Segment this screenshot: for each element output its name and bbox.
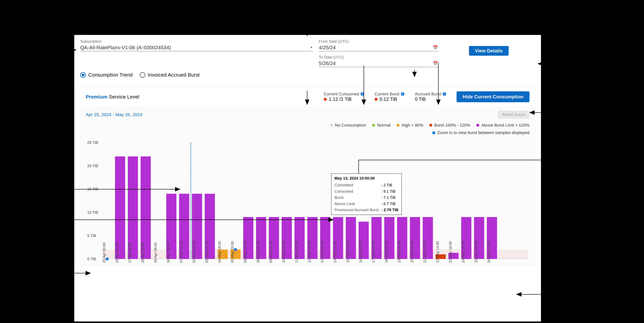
x-axis-tick: 12 May 08:00 [307, 260, 312, 271]
zoom-marker [234, 248, 237, 251]
y-axis-tick: 20 TiB [87, 163, 98, 168]
x-axis-tick: 08 May 00:00 [256, 260, 260, 271]
x-axis-tick: 22 May 14:00 [436, 260, 440, 271]
x-axis-tick: 25 May 20:00 [474, 260, 478, 271]
view-details-button[interactable]: View Details [469, 46, 508, 56]
x-axis-tick: 23 May 16:00 [448, 260, 452, 271]
x-axis-tick: 10 May 04:00 [282, 260, 286, 271]
x-axis-tick: 15 May 14:00 [346, 260, 350, 271]
hide-current-consumption-button[interactable]: Hide Current Consumption [456, 91, 530, 102]
x-axis-tick: 14 May 12:00 [333, 260, 337, 271]
radio-invoiced-accrued[interactable]: Invoiced Accrued Burst [140, 72, 200, 78]
x-axis-tick: 27 Apr 04:00 [128, 260, 132, 271]
chart-tooltip: May 13, 2024 10:00:00Committed2 TiBConsu… [331, 173, 402, 215]
x-axis-tick: 20 May 10:00 [410, 260, 414, 271]
app-frame: Subscription QA-All-RatePlans-V1-06 (A-S… [74, 35, 541, 321]
x-axis-tick: 18 May 06:00 [384, 260, 388, 271]
x-axis-tick: 11 May 06:00 [294, 260, 299, 271]
stat-current-consumed: Current Consumedi 1.12 /1 TiB [324, 92, 364, 102]
service-level-title: Premium Service Level [86, 94, 139, 100]
x-axis-tick: 06 May 22:00 [243, 260, 247, 271]
from-date-input[interactable]: 4/25/24 📅 [319, 44, 438, 51]
x-axis-tick: 01 May 12:00 [179, 260, 183, 271]
reset-zoom-button[interactable]: Reset Zoom [498, 110, 530, 119]
x-axis-tick: 21 May 12:00 [423, 260, 427, 271]
x-axis-tick: 29 Apr 08:00 [154, 260, 158, 271]
consumption-chart[interactable]: 0 TiB5 TiB10 TiB15 TiB20 TiB25 TiB25 Apr… [102, 143, 528, 259]
x-axis-tick: 19 May 08:00 [397, 260, 401, 271]
x-axis-tick: 24 May 18:00 [461, 260, 465, 271]
x-axis-tick: 26 May 22:00 [487, 260, 491, 271]
to-date-label: To Date (UTC) [319, 55, 438, 60]
y-axis-tick: 10 TiB [87, 210, 98, 215]
chevron-down-icon: ▼ [310, 46, 313, 49]
info-icon[interactable]: i [360, 92, 364, 96]
x-axis-tick: 02 May 14:00 [192, 260, 196, 271]
subscription-label: Subscription [80, 39, 313, 44]
filter-bar: Subscription QA-All-RatePlans-V1-06 (A-S… [74, 35, 541, 67]
info-icon[interactable]: i [442, 92, 446, 96]
info-icon[interactable]: i [401, 92, 404, 96]
x-axis-tick: 28 Apr 06:00 [140, 260, 145, 271]
x-axis-tick: 05 May 20:00 [230, 260, 234, 271]
x-axis-tick: 16 May 02:00 [358, 260, 363, 271]
x-axis-tick: 30 Apr 10:00 [166, 260, 170, 271]
x-axis-tick: 17 May 04:00 [372, 260, 376, 271]
x-axis-tick: 09 May 02:00 [269, 260, 273, 271]
subscription-value: QA-All-RatePlans-V1-06 (A-S00024534) [80, 45, 171, 51]
y-axis-tick: 0 TiB [87, 257, 96, 261]
x-axis-tick: 13 May 10:00 [320, 260, 324, 271]
stat-current-burst: Current Bursti 0.12 TiB [374, 92, 404, 102]
stat-accrued-burst: Accrued Bursti 0 TiB [415, 92, 446, 102]
y-axis-tick: 5 TiB [87, 233, 96, 238]
x-axis-tick: 26 Apr 02:00 [115, 260, 119, 271]
consumption-panel: Premium Service Level Current Consumedi … [80, 87, 536, 265]
to-date-input[interactable]: 5/26/24 📅 [319, 60, 438, 67]
date-range-display: Apr 25, 2024 - May 26, 2024 [86, 112, 142, 117]
y-axis-tick: 25 TiB [87, 140, 98, 145]
x-axis-tick: 04 May 18:00 [218, 260, 222, 271]
y-axis-tick: 15 TiB [87, 187, 98, 191]
x-axis-tick: 03 May 16:00 [205, 260, 209, 271]
chart-legend: No Consumption Normal High > 80% Burst 1… [86, 122, 530, 137]
from-date-label: From Date (UTC) [319, 39, 438, 44]
radio-consumption-trend[interactable]: Consumption Trend [80, 72, 132, 78]
x-axis-tick: 25 Apr 00:00 [102, 260, 106, 271]
calendar-icon[interactable]: 📅 [433, 45, 438, 50]
date-fields: From Date (UTC) 4/25/24 📅 To Date (UTC) … [319, 39, 438, 67]
view-toggle: Consumption Trend Invoiced Accrued Burst [74, 67, 541, 85]
subscription-field[interactable]: Subscription QA-All-RatePlans-V1-06 (A-S… [80, 39, 313, 67]
calendar-icon[interactable]: 📅 [433, 61, 438, 66]
